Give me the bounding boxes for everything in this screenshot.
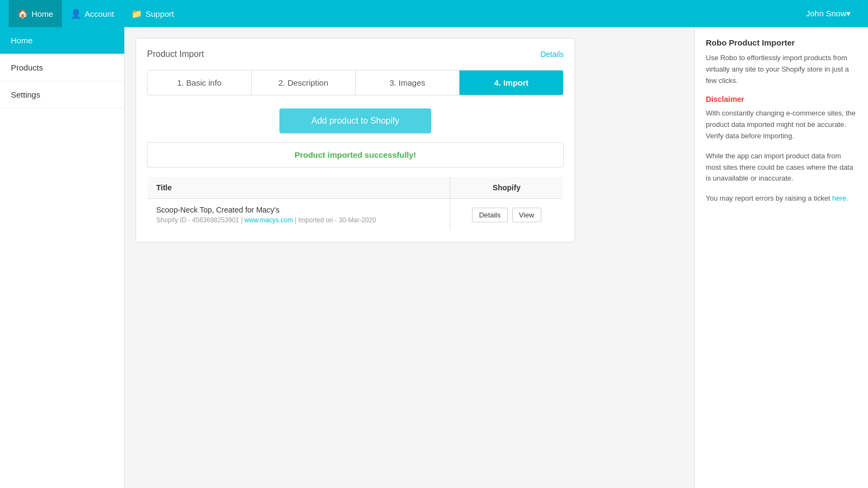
view-button[interactable]: View [512,208,541,222]
step-description[interactable]: 2. Description [252,70,356,95]
product-info-cell: Scoop-Neck Top, Created for Macy's Shopi… [148,199,450,231]
step-basic-info[interactable]: 1. Basic info [148,70,252,95]
product-import-panel: Product Import Details 1. Basic info 2. … [136,38,575,242]
steps-container: 1. Basic info 2. Description 3. Images 4… [147,70,564,95]
product-table: Title Shopify Scoop-Neck Top, Created fo… [147,176,564,231]
folder-icon: 📁 [131,9,142,19]
add-product-button[interactable]: Add product to Shopify [279,108,431,133]
user-menu[interactable]: John Snow▾ [797,9,859,18]
top-nav: 🏠 Home 👤 Account 📁 Support John Snow▾ [0,0,868,27]
nav-home[interactable]: 🏠 Home [9,0,62,27]
panel-details-link[interactable]: Details [540,50,564,59]
product-website-link[interactable]: www.macys.com [245,216,293,224]
disclaimer-title: Disclaimer [706,95,857,104]
nav-support[interactable]: 📁 Support [123,0,183,27]
table-row: Scoop-Neck Top, Created for Macy's Shopi… [148,199,564,231]
step-import[interactable]: 4. Import [459,70,563,95]
home-icon: 🏠 [17,9,28,19]
panel-header: Product Import Details [147,49,564,59]
right-panel: Robo Product Importer Use Robo to effort… [694,27,868,488]
col-shopify: Shopify [450,177,563,199]
right-panel-description: Use Robo to effortlessly import products… [706,53,857,86]
product-meta: Shopify ID - 4563698253901 | www.macys.c… [156,216,441,224]
right-panel-title: Robo Product Importer [706,38,857,47]
sidebar-item-settings[interactable]: Settings [0,81,124,108]
success-message: Product imported successfully! [147,142,564,168]
product-name: Scoop-Neck Top, Created for Macy's [156,206,441,214]
col-title: Title [148,177,450,199]
details-button[interactable]: Details [472,208,508,222]
nav-account[interactable]: 👤 Account [62,0,123,27]
panel-title: Product Import [147,49,204,59]
disclaimer-text-1: With constantly changing e-commerce site… [706,108,857,142]
sidebar: Home Products Settings [0,27,125,488]
step-images[interactable]: 3. Images [356,70,460,95]
user-icon: 👤 [71,9,81,19]
disclaimer-text-3: You may report errors by raising a ticke… [706,193,857,204]
sidebar-item-products[interactable]: Products [0,54,124,81]
product-actions-cell: Details View [450,199,563,231]
disclaimer-text-2: While the app can import product data fr… [706,151,857,184]
sidebar-item-home[interactable]: Home [0,27,124,54]
disclaimer-link[interactable]: here. [832,194,848,202]
main-content: Product Import Details 1. Basic info 2. … [125,27,694,488]
layout: Home Products Settings Product Import De… [0,27,868,488]
